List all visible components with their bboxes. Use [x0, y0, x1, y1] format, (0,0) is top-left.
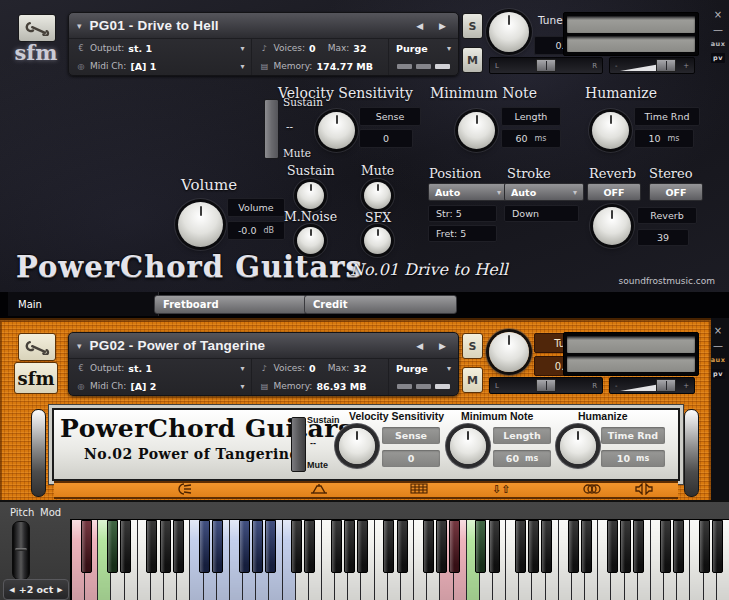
black-key[interactable] — [357, 520, 368, 573]
black-key[interactable] — [383, 520, 394, 573]
left-chrome-slider[interactable] — [31, 409, 46, 497]
volume-knob[interactable] — [178, 202, 223, 247]
mute-knob[interactable] — [364, 182, 391, 209]
black-key[interactable] — [581, 520, 592, 573]
piano-keyboard[interactable] — [70, 519, 729, 600]
reverb-knob[interactable] — [593, 207, 631, 245]
black-key[interactable] — [291, 520, 302, 573]
black-key[interactable] — [660, 520, 671, 573]
black-key[interactable] — [265, 520, 276, 573]
black-key[interactable] — [120, 520, 131, 573]
black-key[interactable] — [568, 520, 579, 573]
length-value-box[interactable]: 60 ms — [493, 450, 551, 467]
bridge-icon[interactable] — [310, 483, 328, 495]
reverb-toggle[interactable]: OFF — [587, 183, 641, 201]
sense-knob[interactable] — [339, 428, 375, 464]
octave-up-icon[interactable]: ▶ — [57, 586, 62, 594]
time-rnd-value-box[interactable]: 10 ms — [634, 129, 694, 148]
time-rnd-value-box[interactable]: 10 ms — [601, 450, 665, 467]
volume-handle[interactable] — [656, 379, 676, 392]
collapse-icon[interactable]: ▾ — [77, 21, 82, 31]
collapse-icon[interactable]: ▾ — [77, 341, 82, 351]
black-key[interactable] — [81, 520, 92, 573]
close-icon[interactable]: × — [714, 10, 722, 20]
black-key[interactable] — [252, 520, 263, 573]
length-value-box[interactable]: 60 ms — [501, 129, 561, 148]
stereo-speakers-icon[interactable] — [634, 483, 654, 495]
prev-instrument-icon[interactable]: ◀ — [412, 21, 427, 31]
stereo-toggle[interactable]: OFF — [649, 183, 703, 201]
volume-value-box[interactable]: -0.0 dB — [227, 221, 285, 240]
black-key[interactable] — [107, 520, 118, 573]
octave-shift-control[interactable]: ◀ +2 oct ▶ — [3, 579, 69, 600]
black-key[interactable] — [304, 520, 315, 573]
length-knob[interactable] — [450, 428, 486, 464]
black-key[interactable] — [673, 520, 684, 573]
black-key[interactable] — [199, 520, 210, 573]
tune-knob[interactable] — [489, 332, 529, 372]
pitch-wheel[interactable] — [12, 521, 30, 580]
minimize-icon[interactable]: — — [713, 25, 723, 35]
aux-button[interactable]: aux — [711, 356, 726, 364]
black-key[interactable] — [173, 520, 184, 573]
time-rnd-knob[interactable] — [560, 428, 596, 464]
black-key[interactable] — [423, 520, 434, 573]
black-key[interactable] — [146, 520, 157, 573]
mute-button[interactable]: M — [462, 367, 483, 393]
pv-button[interactable]: pv — [711, 369, 725, 379]
solo-button[interactable]: S — [462, 333, 483, 359]
stroke-dropdown[interactable]: Auto ▾ — [504, 183, 584, 201]
strum-icon[interactable] — [176, 483, 192, 495]
right-chrome-slider[interactable] — [684, 409, 699, 497]
output-selector[interactable]: € Output: st. 1 ▾ — [69, 39, 251, 57]
wrench-edit-button[interactable] — [18, 333, 56, 361]
octave-down-icon[interactable]: ◀ — [9, 586, 14, 594]
solo-button[interactable]: S — [462, 13, 483, 39]
reverb-value-box[interactable]: 39 — [637, 229, 689, 246]
black-key[interactable] — [239, 520, 250, 573]
max-value[interactable]: 32 — [353, 363, 366, 374]
purge-menu[interactable]: Purge ▾ — [389, 359, 458, 377]
pv-button[interactable]: pv — [711, 53, 725, 63]
position-dropdown[interactable]: Auto ▾ — [428, 183, 508, 201]
sense-value-box[interactable]: 0 — [382, 450, 440, 467]
length-knob[interactable] — [458, 112, 495, 149]
volume-handle[interactable] — [656, 59, 676, 72]
max-value[interactable]: 32 — [353, 43, 366, 54]
close-icon[interactable]: × — [714, 326, 722, 336]
wrench-edit-button[interactable] — [18, 14, 56, 42]
black-key[interactable] — [620, 520, 631, 573]
minimize-icon[interactable]: — — [713, 341, 723, 351]
spring-reverb-icon[interactable] — [582, 483, 602, 495]
aux-button[interactable]: aux — [711, 40, 726, 48]
black-key[interactable] — [449, 520, 460, 573]
black-key[interactable] — [515, 520, 526, 573]
tab-fretboard[interactable]: Fretboard — [154, 295, 307, 314]
tune-knob[interactable] — [489, 12, 529, 52]
black-key[interactable] — [212, 520, 223, 573]
next-instrument-icon[interactable]: ▶ — [435, 341, 450, 351]
website-link[interactable]: soundfrostmusic.com — [565, 276, 715, 286]
black-key[interactable] — [436, 520, 447, 573]
next-instrument-icon[interactable]: ▶ — [435, 21, 450, 31]
black-key[interactable] — [344, 520, 355, 573]
mute-button[interactable]: M — [462, 47, 483, 73]
velocity-slider[interactable] — [291, 417, 306, 472]
time-rnd-knob[interactable] — [592, 112, 629, 149]
black-key[interactable] — [607, 520, 618, 573]
sustain-knob[interactable] — [297, 182, 324, 209]
pan-handle[interactable] — [536, 379, 556, 392]
pan-handle[interactable] — [536, 59, 556, 72]
black-key[interactable] — [475, 520, 486, 573]
volume-slider[interactable]: - + — [609, 57, 695, 74]
tab-main[interactable]: Main — [8, 292, 159, 316]
sense-value-box[interactable]: 0 — [359, 129, 413, 148]
stroke-direction-icon[interactable]: ⇩⇧ — [492, 483, 510, 496]
output-selector[interactable]: € Output: st. 1 ▾ — [69, 359, 251, 377]
black-key[interactable] — [160, 520, 171, 573]
black-key[interactable] — [633, 520, 644, 573]
fretboard-grid-icon[interactable] — [410, 483, 428, 494]
black-key[interactable] — [489, 520, 500, 573]
velocity-slider[interactable] — [264, 99, 279, 159]
midi-channel-selector[interactable]: ◎ Midi Ch: [A] 2 ▾ — [69, 377, 251, 395]
